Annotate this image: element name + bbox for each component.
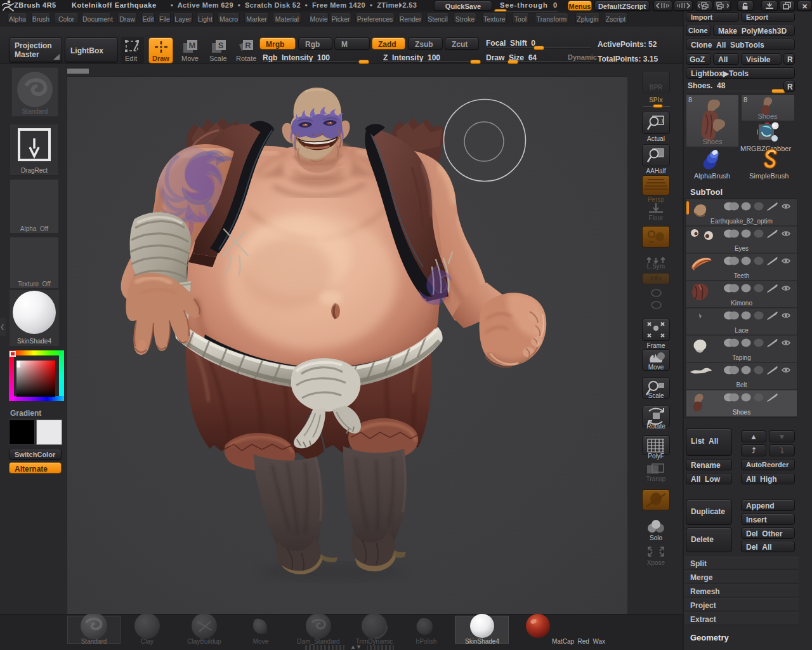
svg-text:DragRect: DragRect [21, 167, 48, 174]
svg-text:1: 1 [661, 118, 664, 124]
svg-text:Shoes: Shoes [702, 138, 723, 145]
svg-text:Shoes: Shoes [757, 112, 778, 120]
svg-text:S: S [218, 41, 224, 50]
svg-text:M: M [189, 41, 196, 50]
svg-text:R: R [245, 41, 251, 50]
svg-text:Standard: Standard [22, 108, 48, 115]
